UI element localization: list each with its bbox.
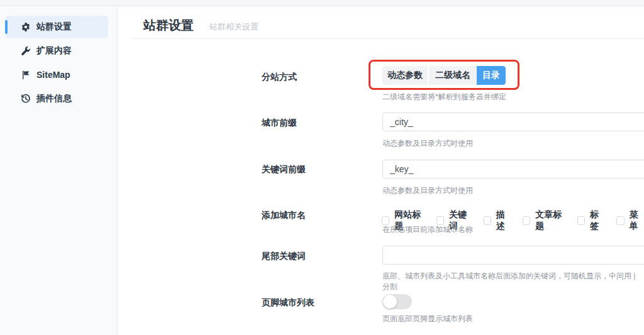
field-label-site-mode: 分站方式	[262, 72, 297, 83]
site-mode-option-directory-selected[interactable]: 目录	[477, 66, 506, 85]
city-prefix-input[interactable]	[382, 113, 644, 131]
toggle-knob	[383, 295, 397, 309]
top-strip	[0, 0, 644, 6]
sidebar-item-plugin-info[interactable]: 插件信息	[5, 87, 108, 110]
main-content: 站群设置 站群相关设置 分站方式 动态参数 二级域名 目录 二级域名需要将*解析…	[118, 7, 644, 335]
footer-city-list-toggle[interactable]	[382, 294, 412, 309]
field-label-add-city-name: 添加城市名	[262, 210, 306, 221]
wrench-icon	[21, 46, 31, 56]
checkbox-box[interactable]	[436, 216, 444, 225]
site-mode-option-dynamic-params[interactable]: 动态参数	[382, 66, 428, 85]
sidebar-item-sitemap[interactable]: SiteMap	[5, 63, 108, 86]
field-label-tail-keywords: 尾部关键词	[262, 251, 306, 262]
page-title: 站群设置	[143, 17, 194, 34]
checkbox-label: 菜单	[630, 209, 644, 232]
checkbox-label: 标签	[590, 209, 604, 232]
checkbox-box[interactable]	[616, 216, 624, 225]
sidebar: 站群设置 扩展内容 SiteMap 插件信息	[0, 7, 118, 335]
site-mode-help-text: 二级域名需要将*解析到服务器并绑定	[382, 92, 506, 102]
sidebar-item-extended-content[interactable]: 扩展内容	[5, 40, 108, 62]
checkbox-menu[interactable]: 菜单	[616, 209, 644, 232]
checkbox-description[interactable]: 描述	[484, 209, 511, 232]
checkbox-box[interactable]	[484, 216, 491, 225]
site-mode-button-group: 动态参数 二级域名 目录	[382, 66, 506, 85]
page-subtitle: 站群相关设置	[209, 21, 258, 33]
flag-icon	[21, 70, 31, 80]
city-prefix-help-text: 动态参数及目录方式时使用	[382, 138, 473, 149]
checkbox-label: 描述	[496, 209, 511, 232]
footer-city-list-help-text: 页面底部页脚显示城市列表	[382, 314, 473, 324]
sidebar-item-label: 站群设置	[36, 21, 72, 33]
field-label-footer-city-list: 页脚城市列表	[262, 297, 314, 309]
field-label-city-prefix: 城市前缀	[262, 118, 297, 129]
active-accent-bar	[5, 20, 8, 34]
page: 站群设置 扩展内容 SiteMap 插件信息 站群设置 站	[0, 0, 644, 335]
site-mode-option-subdomain[interactable]: 二级域名	[429, 66, 477, 85]
history-icon	[21, 94, 31, 104]
add-city-name-help-text: 在所选项目前添加城市名称	[382, 224, 473, 235]
checkbox-article-title[interactable]: 文章标题	[523, 209, 565, 232]
tail-keywords-input[interactable]	[382, 246, 644, 265]
checkbox-box[interactable]	[382, 216, 389, 225]
field-label-keyword-prefix: 关键词前缀	[262, 164, 306, 175]
checkbox-tags[interactable]: 标签	[577, 209, 605, 232]
gear-icon	[21, 22, 31, 32]
sidebar-item-label: 扩展内容	[36, 45, 72, 57]
sidebar-item-label: SiteMap	[36, 70, 70, 80]
checkbox-box[interactable]	[523, 216, 530, 225]
tail-keywords-help-text: 底部、城市列表及小工具城市名称后面添加的关键词，可随机显示，中间用 | 分割	[382, 271, 644, 292]
sidebar-item-label: 插件信息	[36, 93, 72, 104]
keyword-prefix-help-text: 动态参数及目录方式时使用	[382, 185, 473, 196]
checkbox-box[interactable]	[577, 216, 585, 225]
sidebar-item-site-group-settings[interactable]: 站群设置	[5, 16, 108, 38]
keyword-prefix-input[interactable]	[382, 160, 644, 178]
page-header: 站群设置 站群相关设置	[131, 7, 644, 39]
checkbox-label: 文章标题	[535, 209, 565, 232]
